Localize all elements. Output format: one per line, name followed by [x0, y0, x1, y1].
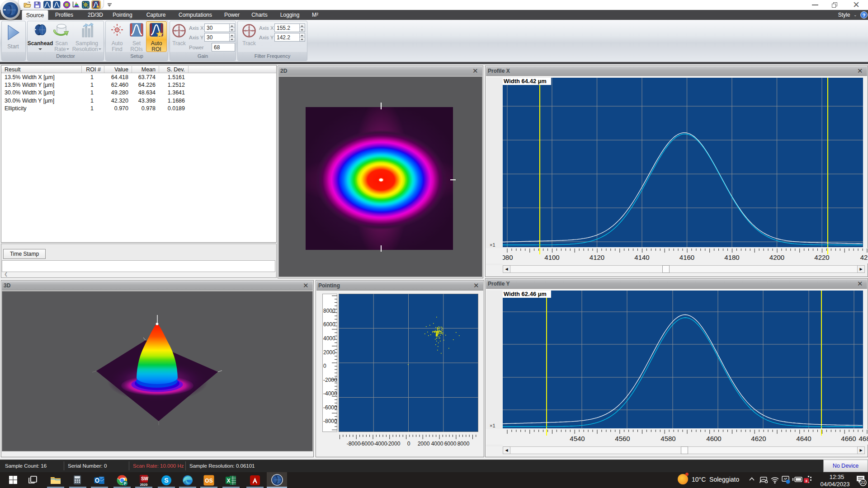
svg-text:-8000: -8000 — [347, 441, 361, 447]
svg-text:2020: 2020 — [140, 483, 148, 486]
svg-text:S: S — [164, 477, 168, 484]
svg-text:4120: 4120 — [590, 253, 604, 261]
svg-text:4140: 4140 — [634, 253, 649, 261]
svg-text:42: 42 — [860, 253, 868, 261]
svg-text:4540: 4540 — [570, 435, 585, 442]
svg-text:0: 0 — [407, 441, 410, 447]
svg-text:8000: 8000 — [458, 441, 470, 447]
svg-text:X: X — [226, 478, 230, 484]
svg-text:4580: 4580 — [660, 435, 675, 442]
svg-text:P: P — [124, 481, 127, 486]
svg-text:6000: 6000 — [323, 321, 335, 328]
svg-text:SW: SW — [141, 476, 149, 481]
svg-text:4000: 4000 — [323, 335, 335, 342]
svg-text:4660: 4660 — [841, 435, 856, 442]
svg-text:-4000: -4000 — [323, 390, 337, 397]
svg-text:4000: 4000 — [431, 441, 443, 447]
svg-text:2000: 2000 — [418, 441, 430, 447]
svg-text:4600: 4600 — [706, 435, 721, 442]
svg-text:OS: OS — [205, 478, 212, 484]
svg-text:4200: 4200 — [769, 253, 784, 261]
svg-text:4100: 4100 — [544, 253, 559, 261]
svg-text:4180: 4180 — [724, 253, 739, 261]
svg-text:4160: 4160 — [679, 253, 694, 261]
svg-text:22: 22 — [861, 480, 865, 485]
svg-text:3: 3 — [805, 479, 807, 483]
svg-text:080: 080 — [503, 253, 513, 261]
svg-text:6000: 6000 — [444, 441, 457, 447]
svg-text:4620: 4620 — [751, 435, 766, 442]
svg-text:8000: 8000 — [323, 308, 335, 314]
svg-text:4220: 4220 — [814, 253, 829, 261]
svg-text:-8000: -8000 — [323, 418, 337, 424]
svg-text:-2000: -2000 — [323, 377, 337, 383]
svg-text:-6000: -6000 — [360, 441, 374, 447]
svg-text:-4000: -4000 — [373, 441, 387, 447]
svg-text:0: 0 — [323, 363, 326, 369]
svg-text:4640: 4640 — [796, 435, 811, 442]
svg-text:2000: 2000 — [323, 349, 335, 356]
svg-text:-2000: -2000 — [387, 441, 401, 447]
svg-text:468: 468 — [859, 435, 868, 442]
svg-text:-6000: -6000 — [323, 404, 337, 411]
svg-text:4560: 4560 — [615, 435, 630, 442]
